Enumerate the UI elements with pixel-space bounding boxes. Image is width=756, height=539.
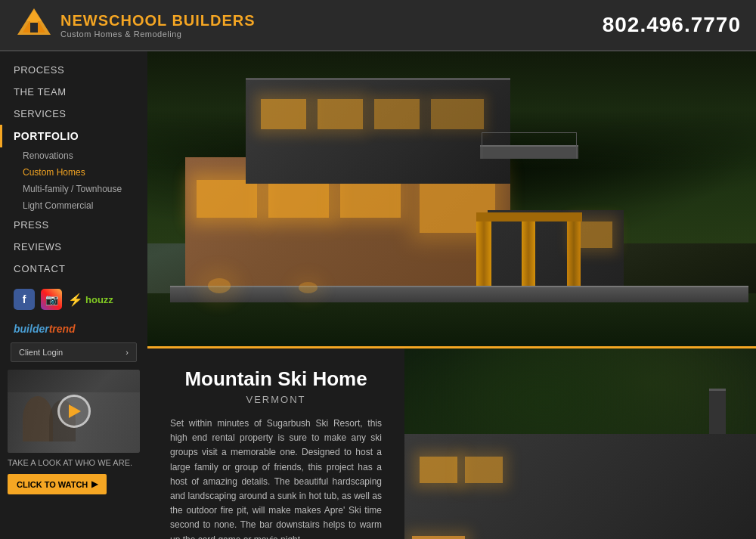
stone-wall — [170, 286, 748, 302]
window-upper-4 — [431, 99, 484, 129]
sidebar-sub-light-commercial[interactable]: Light Commercial — [0, 197, 147, 214]
window-upper-1 — [261, 99, 306, 129]
project-location: VERMONT — [170, 394, 382, 405]
project-image-2 — [404, 348, 756, 539]
sidebar-item-contact[interactable]: CONTACT — [0, 258, 147, 280]
project-title: Mountain Ski Home — [170, 367, 382, 391]
buildertrend-logo: buildertrend — [0, 319, 147, 339]
beam-center — [522, 218, 535, 286]
brand-name: NEWSCHOOL BUILDERS — [60, 12, 256, 29]
video-thumbnail — [8, 370, 140, 453]
sidebar-sub-custom-homes[interactable]: Custom Homes — [0, 164, 147, 181]
sidebar-sub-renovations[interactable]: Renovations — [0, 147, 147, 164]
ground-light-1 — [208, 278, 231, 293]
click-to-watch-button[interactable]: CLICK TO WATCH ▶ — [8, 474, 107, 494]
house-upper-body — [246, 78, 510, 184]
sidebar-item-services[interactable]: SERVICES — [0, 103, 147, 125]
logo-icon — [15, 6, 53, 44]
chimney — [709, 389, 726, 434]
house2-window-1 — [420, 457, 457, 483]
sidebar-item-portfolio[interactable]: PORTFOLIO — [0, 125, 147, 147]
phone-number[interactable]: 802.496.7770 — [603, 13, 741, 37]
svg-rect-3 — [30, 23, 38, 33]
house2-window-2 — [465, 457, 503, 483]
main-layout: PROCESS THE TEAM SERVICES PORTFOLIO Reno… — [0, 51, 756, 539]
house2-window-lower — [412, 536, 465, 539]
sidebar-item-team[interactable]: THE TEAM — [0, 81, 147, 103]
facebook-icon[interactable]: f — [14, 289, 35, 310]
window-lower-1 — [197, 180, 257, 218]
play-button[interactable] — [57, 395, 91, 428]
balcony-railing — [482, 132, 577, 159]
sidebar: PROCESS THE TEAM SERVICES PORTFOLIO Reno… — [0, 51, 147, 539]
house-right-extension — [488, 210, 624, 286]
logo-text: NEWSCHOOL BUILDERS Custom Homes & Remode… — [60, 12, 256, 39]
sidebar-item-press[interactable]: PRESS — [0, 214, 147, 236]
project-info: Mountain Ski Home VERMONT Set within min… — [147, 348, 404, 539]
content-area: Mountain Ski Home VERMONT Set within min… — [147, 51, 756, 539]
beam-right — [567, 218, 581, 286]
house2-upper — [404, 434, 756, 539]
beam-left — [476, 218, 491, 286]
client-login-button[interactable]: Client Login › — [11, 342, 137, 362]
logo-area: NEWSCHOOL BUILDERS Custom Homes & Remode… — [15, 6, 256, 44]
project-description-1: Set within minutes of Sugarbush Ski Reso… — [170, 417, 382, 539]
window-upper-3 — [374, 99, 420, 129]
play-arrow-icon — [69, 404, 81, 418]
houzz-icon[interactable]: ⚡ houzz — [68, 293, 113, 307]
ground-light-2 — [299, 282, 318, 293]
window-upper-2 — [318, 99, 363, 129]
header: NEWSCHOOL BUILDERS Custom Homes & Remode… — [0, 0, 756, 51]
instagram-icon[interactable]: 📷 — [41, 289, 62, 310]
play-icon: ▶ — [91, 479, 98, 489]
social-icons: f 📷 ⚡ houzz — [0, 280, 147, 319]
sidebar-sub-multifamily[interactable]: Multi-family / Townhouse — [0, 181, 147, 197]
sidebar-item-process[interactable]: PROCESS — [0, 59, 147, 81]
content-section: Mountain Ski Home VERMONT Set within min… — [147, 346, 756, 539]
sidebar-item-reviews[interactable]: REVIEWS — [0, 236, 147, 258]
window-lower-2 — [268, 180, 329, 218]
hero-image — [147, 51, 756, 346]
beam-horizontal — [476, 212, 582, 221]
video-caption: TAKE A LOOK AT WHO WE ARE. — [0, 453, 147, 471]
tagline: Custom Homes & Remodeling — [60, 29, 256, 39]
window-lower-3 — [340, 180, 401, 218]
